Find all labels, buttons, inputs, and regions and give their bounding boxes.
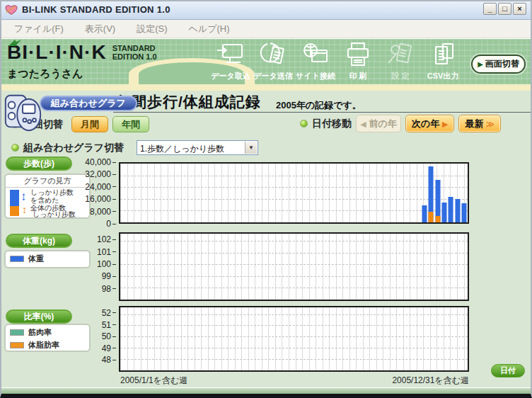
minimize-button[interactable]: _ [483, 3, 497, 15]
menu-file[interactable]: ファイル(F) [7, 21, 71, 38]
heart-icon [5, 4, 18, 16]
menu-help[interactable]: ヘルプ(H) [182, 21, 237, 38]
page-subtitle: 2005年の記録です。 [276, 99, 362, 112]
steps-plot [119, 162, 469, 224]
steps-y-axis: 40,00032,00024,00016,0008,0000 [76, 162, 116, 224]
ratio-axis-pill: 比率(%) [6, 309, 72, 324]
site-connect-icon [300, 41, 331, 69]
weight-legend-label: 体重 [28, 254, 44, 264]
pedometer-icon [1, 91, 45, 135]
y-tick-label: 40,000 [85, 157, 116, 167]
status-strip [0, 387, 532, 394]
strong-steps-segment [429, 212, 434, 222]
settings-button: 設 定 [379, 41, 422, 81]
tick-mark [112, 224, 116, 224]
y-tick-label: 32,000 [85, 169, 116, 179]
app-window: BI-LINK STANDARD EDITION 1.0 _ □ × ファイル(… [0, 0, 532, 398]
prev-year-button: ◀ 前の年 [356, 115, 401, 132]
y-tick-label: 48 [102, 355, 116, 365]
bullet-icon [300, 120, 308, 127]
y-tick-label: 51 [102, 320, 116, 330]
ratio-plot [119, 306, 469, 372]
tick-mark [112, 199, 116, 200]
menu-view[interactable]: 表示(V) [78, 21, 122, 38]
graph-type-select[interactable]: 1.歩数／しっかり歩数 ▼ [137, 140, 258, 155]
toolbar-label: データ取込 [211, 71, 250, 81]
tick-mark [112, 174, 116, 175]
maximize-button[interactable]: □ [498, 3, 511, 15]
updown-arrow-icon: ↕ [21, 190, 27, 204]
header-swoosh-band [0, 84, 532, 91]
steps-bar-week-50 [449, 197, 453, 222]
data-import-icon [215, 41, 246, 69]
y-tick-label: 50 [102, 331, 116, 341]
date-axis-pill: 日付 [491, 364, 525, 377]
site-connect-button[interactable]: サイト接続 [294, 41, 337, 81]
bullet-icon [11, 144, 19, 152]
horizontal-gridline [120, 348, 468, 348]
x-axis-start-label: 2005/1/1を含む週 [120, 375, 187, 387]
tick-mark [112, 312, 116, 313]
horizontal-gridline [120, 176, 468, 176]
weight-plot [119, 232, 469, 301]
y-tick-label: 52 [102, 308, 116, 318]
next-year-button[interactable]: 次の年 ▶ [405, 115, 454, 132]
toolbar-label: サイト接続 [296, 71, 335, 81]
print-button[interactable]: 印 刷 [337, 41, 379, 81]
steps-bar-week-46 [422, 205, 427, 222]
tick-mark [112, 251, 116, 252]
screen-switch-button[interactable]: ▶ 画面切替 [471, 55, 526, 74]
data-send-icon [258, 41, 289, 69]
graph-type-value: 1.歩数／しっかり歩数 [140, 143, 224, 155]
horizontal-gridline [120, 187, 468, 188]
left-arrow-icon: ◀ [360, 120, 366, 128]
data-import-button[interactable]: データ取込 [209, 41, 252, 81]
horizontal-gridline [120, 288, 468, 288]
toolbar: データ取込 データ送信 サイト接続 [209, 41, 464, 81]
legend-minibar-strong [10, 206, 19, 216]
double-arrow-icon: ≫ [486, 120, 495, 128]
toolbar-label: データ送信 [253, 71, 293, 81]
monthly-button[interactable]: 月間 [71, 116, 108, 132]
ratio-y-axis: 5251504948 [76, 306, 116, 372]
y-tick-label: 49 [102, 343, 116, 353]
muscle-swatch [10, 329, 24, 336]
tick-mark [112, 276, 116, 277]
y-tick-label: 100 [97, 259, 116, 269]
tick-mark [112, 211, 116, 212]
fat-legend-label: 体脂肪率 [28, 340, 59, 351]
muscle-legend-label: 筋肉率 [28, 327, 52, 338]
horizontal-gridline [120, 210, 468, 211]
print-icon [342, 41, 374, 69]
yearly-button[interactable]: 年間 [112, 116, 149, 132]
app-header: BI·L·I·N·K STANDARD EDITION 1.0 まつたろうさん … [0, 38, 532, 91]
csv-export-button[interactable]: CSV出力 [422, 41, 464, 81]
weight-y-axis: 1021011009998 [76, 232, 116, 301]
y-tick-label: 102 [97, 234, 116, 244]
horizontal-gridline [120, 325, 468, 326]
latest-button[interactable]: 最新 ≫ [458, 115, 500, 132]
title-divider [113, 112, 532, 113]
menu-settings[interactable]: 設定(S) [129, 21, 174, 38]
data-send-button[interactable]: データ送信 [252, 41, 294, 81]
graph-mode-badge: 組み合わせグラフ [40, 96, 137, 111]
horizontal-gridline [120, 199, 468, 200]
menu-bar: ファイル(F) 表示(V) 設定(S) ヘルプ(H) [0, 20, 532, 38]
close-button[interactable]: × [513, 3, 526, 15]
x-axis-end-label: 2005/12/31を含む週 [375, 375, 469, 387]
window-title: BI-LINK STANDARD EDITION 1.0 [22, 4, 170, 15]
steps-bar-week-51 [455, 199, 460, 222]
play-arrow-icon: ▶ [478, 60, 483, 68]
horizontal-gridline [120, 314, 468, 315]
horizontal-gridline [120, 264, 468, 265]
tick-mark [112, 348, 116, 348]
y-tick-label: 16,000 [85, 194, 116, 204]
strong-steps-segment [435, 216, 440, 222]
tick-mark [112, 324, 116, 325]
tick-mark [112, 162, 116, 163]
y-tick-label: 99 [102, 271, 116, 281]
dropdown-arrow-icon[interactable]: ▼ [245, 142, 257, 154]
date-nav-label: 日付移動 [312, 118, 352, 130]
graph-switch-label: 組み合わせグラフ切替 [23, 142, 124, 154]
steps-bar-week-49 [441, 203, 446, 222]
